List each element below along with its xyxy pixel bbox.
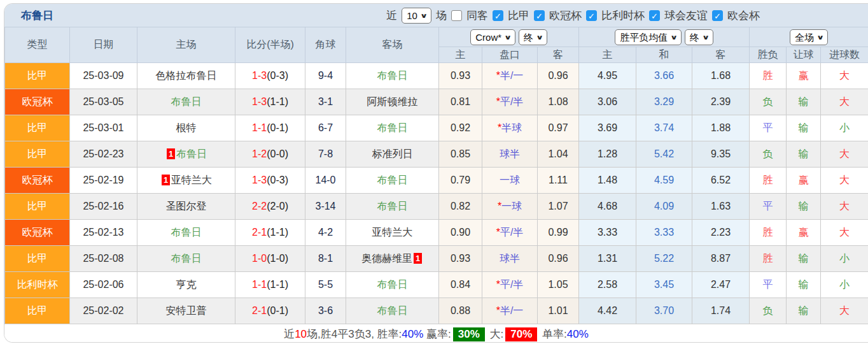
corner-cell: 7-8: [305, 141, 346, 168]
home-team-cell: 布鲁日: [137, 89, 235, 115]
goals-result-cell: 大: [821, 298, 868, 324]
avg-type-select[interactable]: 胜平负均值∨: [615, 29, 682, 45]
avg-away-cell: 1.63: [692, 194, 750, 220]
scope-select[interactable]: 全场∨: [790, 29, 828, 45]
handicap-result-cell: 输: [787, 194, 821, 220]
avg-home-cell: 2.58: [579, 272, 636, 298]
odds-stage-select-1[interactable]: 终∨: [519, 29, 547, 45]
rate-badge: 30%: [453, 327, 485, 341]
result-cell: 胜: [750, 63, 787, 89]
league-label-ucl: 欧冠杯: [549, 8, 582, 23]
handicap-result-cell: 赢: [787, 168, 821, 194]
avg-home-cell: 3.33: [579, 220, 636, 246]
league-checkbox-belgian-cup[interactable]: [586, 10, 597, 21]
score-cell: 1-0(1-0): [235, 246, 305, 272]
home-team-cell: 圣图尔登: [137, 194, 235, 220]
league-label-jupiler: 比甲: [508, 8, 529, 23]
recent-count-value: 10: [407, 10, 417, 22]
away-team-cell: 布鲁日: [346, 168, 439, 194]
avg-draw-cell: 3.66: [636, 63, 692, 89]
odds-home-cell: 0.85: [439, 141, 482, 168]
goals-result-cell: 小: [821, 272, 868, 298]
away-team-cell: 奥德赫维里1: [346, 246, 439, 272]
handicap-result-cell: 输: [787, 272, 821, 298]
summary-text: 场,胜4平3负3, 胜率:: [307, 327, 402, 341]
home-team-cell: 安特卫普: [137, 298, 235, 324]
odds-home-cell: 0.88: [439, 298, 482, 324]
handicap-cell: *半/一: [482, 298, 538, 324]
avg-away-cell: 9.35: [692, 141, 750, 168]
col-header-away: 客场: [346, 27, 439, 63]
goals-result-cell: 小: [821, 115, 868, 141]
col-header-home: 主场: [137, 27, 235, 63]
result-cell: 平: [750, 272, 787, 298]
handicap-result-cell: 输: [787, 89, 821, 115]
table-row: 欧冠杯25-03-05布鲁日1-3(1-1)3-1阿斯顿维拉0.81*平/半1.…: [5, 89, 868, 115]
red-card-badge: 1: [414, 253, 422, 264]
chevron-down-icon: ∨: [420, 10, 428, 22]
handicap-cell: *平/半: [482, 220, 538, 246]
type-cell: 比甲: [5, 141, 70, 168]
home-team-cell: 根特: [137, 115, 235, 141]
subheader-handicap-result: 让球: [787, 47, 821, 63]
away-team-cell: 布鲁日: [346, 272, 439, 298]
type-cell: 欧冠杯: [5, 220, 70, 246]
recent-label: 近: [386, 8, 397, 23]
corner-cell: 3-14: [305, 194, 346, 220]
recent-count-select[interactable]: 10∨: [402, 8, 431, 24]
league-checkbox-friendly[interactable]: [649, 10, 660, 21]
subheader-goals: 进球数: [821, 47, 868, 63]
away-team-cell: 布鲁日: [346, 194, 439, 220]
table-row: 比甲25-03-01根特1-1(0-1)6-7布鲁日0.92*半球0.973.6…: [5, 115, 868, 141]
corner-cell: 8-1: [305, 246, 346, 272]
col-header-score: 比分(半场): [235, 27, 305, 63]
handicap-result-cell: 输: [787, 115, 821, 141]
avg-home-cell: 1.31: [579, 246, 636, 272]
odds-home-cell: 0.93: [439, 246, 482, 272]
away-team-cell: 布鲁日: [346, 298, 439, 324]
same-opponent-checkbox[interactable]: [451, 10, 462, 21]
away-team-cell: 布鲁日: [346, 63, 439, 89]
type-cell: 比甲: [5, 246, 70, 272]
odds-stage-select-2[interactable]: 终∨: [685, 29, 713, 45]
odds-away-cell: 1.01: [538, 298, 579, 324]
goals-result-cell: 大: [821, 168, 868, 194]
league-checkbox-jupiler[interactable]: [493, 10, 503, 21]
odds-company-select[interactable]: Crow*∨: [470, 29, 515, 45]
col-header-corner: 角球: [305, 27, 346, 63]
odds-home-cell: 0.92: [439, 115, 482, 141]
goals-result-cell: 小: [821, 246, 868, 272]
date-cell: 25-02-13: [70, 220, 137, 246]
summary-text: 单率:: [539, 327, 566, 341]
col-header-date: 日期: [70, 27, 137, 63]
summary-text: 大:: [487, 327, 503, 341]
type-cell: 欧冠杯: [5, 168, 70, 194]
odds-away-cell: 0.96: [538, 63, 579, 89]
summary-text: 赢率:: [423, 327, 451, 341]
avg-draw-cell: 4.59: [636, 168, 692, 194]
odds-home-cell: 0.79: [439, 168, 482, 194]
red-card-badge: 1: [167, 148, 175, 159]
handicap-result-cell: 输: [787, 298, 821, 324]
subheader-avg-draw: 和: [636, 47, 692, 63]
away-team-cell: 阿斯顿维拉: [346, 89, 439, 115]
handicap-result-cell: 赢: [787, 220, 821, 246]
title-bar: 布鲁日 近 10∨ 场 同客 比甲 欧冠杯 比利时杯 球会友谊 欧会杯: [4, 4, 868, 27]
league-checkbox-ucl[interactable]: [534, 10, 545, 21]
avg-draw-cell: 3.45: [636, 272, 692, 298]
avg-home-cell: 4.42: [579, 298, 636, 324]
odds-home-cell: 0.93: [439, 63, 482, 89]
date-cell: 25-02-19: [70, 168, 137, 194]
avg-group-header: 胜平负均值∨ 终∨: [579, 27, 750, 47]
subheader-odds-home: 主: [439, 47, 482, 63]
avg-away-cell: 8.87: [692, 246, 750, 272]
subheader-handicap: 盘口: [482, 47, 538, 63]
league-checkbox-conference[interactable]: [712, 10, 723, 21]
subheader-wdl: 胜负: [750, 47, 787, 63]
corner-cell: 9-4: [305, 63, 346, 89]
result-cell: 胜: [750, 246, 787, 272]
home-team-cell: 亨克: [137, 272, 235, 298]
date-cell: 25-03-09: [70, 63, 137, 89]
summary-footer: 近10场,胜4平3负3, 胜率:40% 赢率:30% 大:70% 单率:40%: [4, 324, 868, 343]
summary-text: 近: [284, 327, 295, 341]
